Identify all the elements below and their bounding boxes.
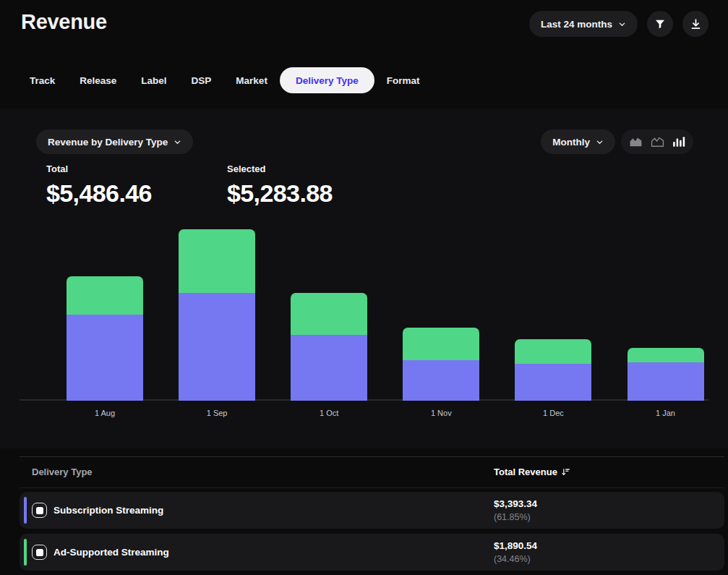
- area-chart-icon[interactable]: [629, 136, 643, 148]
- row-percent: (34.46%): [494, 553, 537, 566]
- bar-segment-ad-supported-streaming[interactable]: [67, 276, 143, 315]
- row-percent: (61.85%): [494, 511, 537, 524]
- row-accent-bar: [24, 539, 27, 566]
- chevron-down-icon: [174, 138, 181, 146]
- checkbox-checked-mark: [36, 507, 43, 514]
- bar-segment-subscription-streaming[interactable]: [515, 364, 591, 401]
- chart-section: Revenue by Delivery Type Monthly Total $…: [0, 108, 728, 448]
- sort-descending-icon: [561, 467, 570, 477]
- x-axis-labels: 1 Aug1 Sep1 Oct1 Nov1 Dec1 Jan: [0, 409, 728, 420]
- x-axis-label: 1 Aug: [72, 409, 137, 417]
- tab-market[interactable]: Market: [223, 67, 280, 93]
- total-block: Total $5,486.46: [46, 163, 152, 208]
- page-title: Revenue: [21, 10, 107, 34]
- tab-delivery-type[interactable]: Delivery Type: [280, 67, 374, 93]
- row-accent-bar: [24, 497, 27, 524]
- total-label: Total: [46, 163, 152, 174]
- column-header-delivery-type: Delivery Type: [32, 467, 93, 477]
- granularity-dropdown[interactable]: Monthly: [541, 129, 615, 154]
- bar-segment-subscription-streaming[interactable]: [179, 293, 255, 401]
- bar-segment-ad-supported-streaming[interactable]: [179, 229, 255, 293]
- table-row-subscription-streaming[interactable]: Subscription Streaming$3,393.34(61.85%): [20, 492, 724, 529]
- filter-icon: [654, 18, 666, 30]
- bar-group-1-oct[interactable]: [291, 293, 367, 401]
- chart-controls: Monthly: [541, 129, 693, 154]
- bar-segment-subscription-streaming[interactable]: [403, 360, 479, 401]
- date-range-label: Last 24 months: [541, 19, 612, 30]
- filter-button[interactable]: [647, 11, 673, 37]
- tab-label[interactable]: Label: [129, 67, 179, 93]
- bar-segment-ad-supported-streaming[interactable]: [515, 339, 591, 364]
- selected-block: Selected $5,283.88: [227, 163, 333, 208]
- total-revenue-header-label: Total Revenue: [494, 467, 557, 477]
- bar-group-1-nov[interactable]: [403, 328, 479, 401]
- download-button[interactable]: [682, 11, 708, 37]
- selected-label: Selected: [227, 163, 333, 174]
- chart-type-toggle: [621, 129, 693, 154]
- row-label: Ad-Supported Streaming: [53, 534, 169, 571]
- column-header-total-revenue[interactable]: Total Revenue: [494, 467, 570, 477]
- chevron-down-icon: [596, 138, 604, 146]
- bar-segment-subscription-streaming[interactable]: [628, 362, 704, 401]
- row-revenue: $1,890.54: [494, 539, 537, 553]
- x-axis-label: 1 Nov: [408, 409, 474, 417]
- tab-release[interactable]: Release: [67, 67, 129, 93]
- row-revenue: $3,393.34: [494, 497, 537, 511]
- x-axis-label: 1 Jan: [633, 409, 698, 417]
- bar-group-1-aug[interactable]: [67, 276, 143, 401]
- x-axis-label: 1 Sep: [184, 409, 249, 417]
- chevron-down-icon: [618, 20, 626, 28]
- bar-chart-icon[interactable]: [672, 136, 685, 148]
- table-row-ad-supported-streaming[interactable]: Ad-Supported Streaming$1,890.54(34.46%): [20, 534, 724, 571]
- bar-segment-subscription-streaming[interactable]: [67, 315, 143, 401]
- bar-segment-ad-supported-streaming[interactable]: [291, 293, 367, 335]
- metric-selector-dropdown[interactable]: Revenue by Delivery Type: [36, 129, 193, 154]
- bar-plot: [0, 217, 728, 401]
- date-range-dropdown[interactable]: Last 24 months: [529, 11, 638, 37]
- line-chart-icon[interactable]: [651, 136, 664, 148]
- bar-segment-subscription-streaming[interactable]: [291, 335, 367, 401]
- total-value: $5,486.46: [46, 179, 152, 208]
- delivery-type-table: Delivery Type Total Revenue Subscription…: [0, 448, 728, 575]
- selected-value: $5,283.88: [227, 179, 333, 208]
- checkbox-checked-mark: [36, 549, 43, 556]
- granularity-label: Monthly: [552, 137, 590, 148]
- table-top-divider: [20, 456, 724, 457]
- bar-group-1-sep[interactable]: [179, 229, 255, 401]
- row-checkbox[interactable]: [32, 545, 47, 560]
- row-values: $3,393.34(61.85%): [494, 497, 537, 524]
- row-label: Subscription Streaming: [53, 492, 163, 529]
- x-axis-label: 1 Dec: [521, 409, 586, 417]
- row-values: $1,890.54(34.46%): [494, 539, 537, 566]
- table-header-divider: [20, 487, 724, 488]
- bar-group-1-dec[interactable]: [515, 339, 591, 401]
- bar-segment-ad-supported-streaming[interactable]: [628, 348, 704, 362]
- metric-selector-label: Revenue by Delivery Type: [48, 137, 168, 148]
- tab-track[interactable]: Track: [17, 67, 67, 93]
- row-checkbox[interactable]: [32, 503, 47, 518]
- tab-format[interactable]: Format: [374, 67, 432, 93]
- download-icon: [690, 18, 702, 30]
- bar-segment-ad-supported-streaming[interactable]: [403, 328, 479, 360]
- revenue-tabs: TrackReleaseLabelDSPMarketDelivery TypeF…: [17, 67, 432, 93]
- x-axis-label: 1 Oct: [296, 409, 361, 417]
- tab-dsp[interactable]: DSP: [179, 67, 224, 93]
- header-controls: Last 24 months: [529, 11, 708, 37]
- bar-group-1-jan[interactable]: [628, 348, 704, 401]
